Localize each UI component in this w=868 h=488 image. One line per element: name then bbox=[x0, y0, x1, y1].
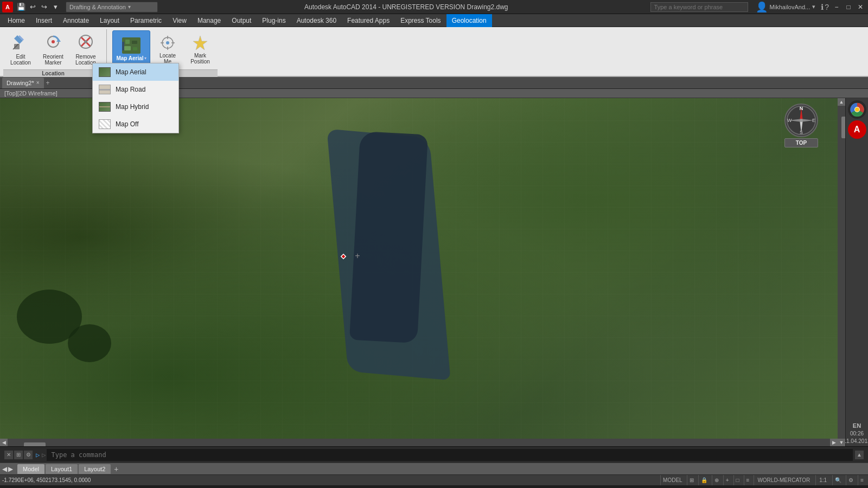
aerial-map[interactable]: + bbox=[0, 98, 845, 446]
scroll-down-button[interactable]: ▼ bbox=[838, 439, 845, 446]
menu-autodesk360[interactable]: Autodesk 360 bbox=[291, 14, 342, 27]
scroll-thumb[interactable] bbox=[841, 117, 845, 138]
help-icon[interactable]: ? bbox=[825, 3, 829, 11]
mark-position-label: MarkPosition bbox=[190, 53, 210, 65]
language-indicator: EN bbox=[853, 422, 861, 429]
vertical-scrollbar[interactable]: ▲ ▼ bbox=[838, 98, 845, 446]
status-bar: -1.7290E+06, 4502173.1545, 0.0000 MODEL … bbox=[0, 474, 868, 485]
drawing-tab-close[interactable]: × bbox=[36, 80, 40, 86]
scroll-right-button[interactable]: ▶ bbox=[830, 439, 838, 446]
menu-geolocation[interactable]: Geolocation bbox=[446, 14, 492, 27]
svg-point-10 bbox=[84, 40, 87, 43]
restore-button[interactable]: □ bbox=[843, 2, 854, 12]
menu-layout[interactable]: Layout bbox=[94, 14, 125, 27]
dropdown-map-hybrid[interactable]: Map Hybrid bbox=[93, 98, 178, 115]
compass-rose: N S E W bbox=[784, 104, 818, 137]
svg-point-33 bbox=[855, 107, 859, 112]
menu-manage[interactable]: Manage bbox=[192, 14, 226, 27]
svg-point-22 bbox=[166, 41, 169, 44]
username: MikhailovAnd... bbox=[770, 4, 810, 10]
window-controls: − □ ✕ bbox=[831, 2, 866, 12]
cmd-settings-button[interactable]: ⚙ bbox=[24, 451, 33, 459]
tab-navigation: ◀ ▶ bbox=[2, 465, 13, 473]
window-title: Autodesk AutoCAD 2014 - UNREGISTERED VER… bbox=[162, 3, 650, 11]
menu-featured-apps[interactable]: Featured Apps bbox=[342, 14, 395, 27]
edit-location-button[interactable]: EditLocation bbox=[5, 32, 36, 67]
remove-location-icon bbox=[77, 33, 94, 53]
svg-rect-16 bbox=[122, 42, 124, 50]
map-road-menu-label: Map Road bbox=[116, 86, 145, 93]
new-tab-icon[interactable]: + bbox=[46, 79, 50, 87]
location-buttons: EditLocation ReorientMarker bbox=[3, 29, 103, 69]
compass-e-label: E bbox=[812, 118, 815, 123]
cmd-expand-button[interactable]: ⊞ bbox=[14, 451, 23, 459]
map-aerial-dropdown-arrow[interactable]: ▾ bbox=[144, 56, 146, 61]
layout2-tab[interactable]: Layout2 bbox=[79, 464, 111, 474]
customize-button[interactable]: ≡ bbox=[858, 475, 866, 485]
settings-button[interactable]: ⚙ bbox=[846, 475, 856, 485]
qa-undo[interactable]: ↩ bbox=[28, 2, 37, 12]
map-aerial-icon bbox=[122, 37, 141, 55]
snap-button[interactable]: 🔒 bbox=[698, 475, 710, 485]
command-input[interactable] bbox=[47, 449, 853, 461]
dropdown-map-aerial[interactable]: Map Aerial bbox=[93, 63, 178, 81]
mark-position-button[interactable]: MarkPosition bbox=[185, 32, 215, 67]
grid-button[interactable]: ⊞ bbox=[687, 475, 696, 485]
command-controls: ✕ ⊞ ⚙ bbox=[4, 451, 33, 459]
lineweight-button[interactable]: ≡ bbox=[744, 475, 752, 485]
search-input[interactable] bbox=[650, 2, 748, 12]
model-space-button[interactable]: MODEL bbox=[660, 475, 685, 485]
zoom-button[interactable]: 🔍 bbox=[832, 475, 844, 485]
cmd-close-button[interactable]: ✕ bbox=[4, 451, 13, 459]
qa-redo[interactable]: ↪ bbox=[39, 2, 49, 12]
tab-nav-right[interactable]: ▶ bbox=[8, 465, 13, 473]
minimize-button[interactable]: − bbox=[831, 2, 842, 12]
command-up-button[interactable]: ▲ bbox=[855, 451, 864, 459]
osnap-button[interactable]: □ bbox=[733, 475, 742, 485]
layout1-tab[interactable]: Layout1 bbox=[46, 464, 78, 474]
menu-plugins[interactable]: Plug-ins bbox=[257, 14, 291, 27]
command-area: ✕ ⊞ ⚙ ▷ ▷ ▲ bbox=[0, 446, 868, 463]
polar-button[interactable]: + bbox=[723, 475, 731, 485]
coordinate-display: -1.7290E+06, 4502173.1545, 0.0000 bbox=[2, 477, 111, 483]
canvas-area[interactable]: + N S E bbox=[0, 98, 845, 446]
time-display: 00:26 bbox=[850, 431, 864, 436]
date-display: 11.04.2013 bbox=[843, 438, 868, 444]
model-tab[interactable]: Model bbox=[17, 464, 44, 474]
command-arrow: ▷ bbox=[42, 451, 46, 459]
location-marker bbox=[338, 251, 349, 262]
hscroll-thumb[interactable] bbox=[24, 442, 46, 446]
map-hybrid-menu-label: Map Hybrid bbox=[116, 103, 149, 111]
menu-home[interactable]: Home bbox=[2, 14, 30, 27]
menu-express-tools[interactable]: Express Tools bbox=[395, 14, 446, 27]
dropdown-map-road[interactable]: Map Road bbox=[93, 81, 178, 98]
menu-output[interactable]: Output bbox=[226, 14, 257, 27]
map-road-menu-icon bbox=[98, 84, 111, 95]
command-prompt-symbol: ▷ bbox=[36, 451, 40, 459]
add-layout-button[interactable]: + bbox=[114, 465, 118, 473]
edit-location-icon bbox=[12, 33, 29, 53]
user-dropdown[interactable]: ▾ bbox=[812, 3, 815, 10]
menu-annotate[interactable]: Annotate bbox=[58, 14, 94, 27]
menu-view[interactable]: View bbox=[167, 14, 192, 27]
compass-top-button[interactable]: TOP bbox=[784, 138, 818, 147]
dropdown-map-off[interactable]: Map Off bbox=[93, 115, 178, 133]
close-button[interactable]: ✕ bbox=[855, 2, 866, 12]
ortho-button[interactable]: ⊕ bbox=[712, 475, 721, 485]
menu-parametric[interactable]: Parametric bbox=[125, 14, 167, 27]
compass-w-label: W bbox=[787, 118, 792, 123]
menu-insert[interactable]: Insert bbox=[30, 14, 58, 27]
workspace-dropdown-icon[interactable]: ▾ bbox=[128, 4, 131, 10]
scroll-up-button[interactable]: ▲ bbox=[838, 98, 845, 106]
info-icon[interactable]: ℹ bbox=[821, 3, 824, 11]
scroll-left-button[interactable]: ◀ bbox=[0, 439, 8, 446]
locate-me-button[interactable]: LocateMe bbox=[152, 32, 183, 67]
remove-location-button[interactable]: RemoveLocation bbox=[71, 32, 101, 67]
map-aerial-label: Map Aerial bbox=[116, 55, 143, 61]
drawing-tab[interactable]: Drawing2* × bbox=[2, 78, 44, 88]
tab-nav-left[interactable]: ◀ bbox=[2, 465, 7, 473]
reorient-marker-button[interactable]: ReorientMarker bbox=[38, 32, 68, 67]
horizontal-scrollbar[interactable]: ◀ ▶ bbox=[0, 439, 838, 446]
qa-save[interactable]: 💾 bbox=[16, 2, 26, 12]
qa-dropdown[interactable]: ▾ bbox=[50, 2, 60, 12]
